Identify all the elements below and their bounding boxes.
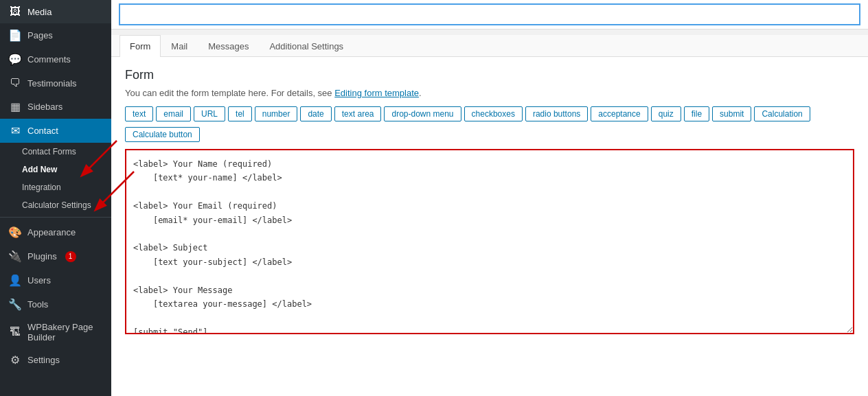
users-icon: 👤 <box>8 274 22 287</box>
editing-template-link[interactable]: Editing form template <box>334 88 419 98</box>
sidebar-item-label: WPBakery Page Builder <box>27 322 103 342</box>
sidebar-item-label: Comments <box>27 54 71 65</box>
tag-btn-url[interactable]: URL <box>194 106 225 121</box>
sidebar-item-wpbakery[interactable]: 🏗 WPBakery Page Builder <box>0 316 111 348</box>
plugins-icon: 🔌 <box>8 250 22 263</box>
sidebar-item-label: Contact <box>27 126 58 136</box>
sidebar-item-pages[interactable]: 📄 Pages <box>0 23 111 47</box>
wpbakery-icon: 🏗 <box>8 326 22 338</box>
form-description: You can edit the form template here. For… <box>125 88 854 98</box>
tab-mail[interactable]: Mail <box>161 35 198 57</box>
tab-additional-settings[interactable]: Additional Settings <box>259 35 354 57</box>
title-input[interactable] <box>119 4 860 25</box>
media-icon: 🖼 <box>8 5 22 18</box>
main-content: Form Mail Messages Additional Settings F… <box>111 0 868 396</box>
sidebar-item-media[interactable]: 🖼 Media <box>0 0 111 23</box>
sidebars-icon: ▦ <box>8 100 22 113</box>
sidebar-item-comments[interactable]: 💬 Comments <box>0 47 111 71</box>
tag-btn-drop-down-menu[interactable]: drop-down menu <box>384 106 461 121</box>
sidebar-item-label: Media <box>27 7 52 17</box>
sidebar-divider <box>0 217 111 218</box>
tab-bar: Form Mail Messages Additional Settings <box>111 35 868 57</box>
tools-icon: 🔧 <box>8 298 22 311</box>
tag-btn-number[interactable]: number <box>255 106 298 121</box>
sidebar-item-plugins[interactable]: 🔌 Plugins 1 <box>0 244 111 268</box>
sidebar-item-contact[interactable]: ✉ Contact <box>0 119 111 143</box>
tag-buttons-row: textemailURLtelnumberdatetext areadrop-d… <box>125 106 854 121</box>
tag-btn-quiz[interactable]: quiz <box>651 106 681 121</box>
sidebar-item-tools[interactable]: 🔧 Tools <box>0 292 111 316</box>
sidebar-sub-contact-forms[interactable]: Contact Forms <box>0 143 111 161</box>
sidebar-item-label: Settings <box>27 355 60 365</box>
tag-btn-tel[interactable]: tel <box>228 106 252 121</box>
sidebar-item-label: Sidebars <box>27 102 62 112</box>
sidebar-sub-add-new[interactable]: Add New <box>0 161 111 178</box>
tag-btn-submit[interactable]: submit <box>712 106 751 121</box>
title-bar <box>111 0 868 30</box>
tag-btn-email[interactable]: email <box>156 106 191 121</box>
sidebar-item-settings[interactable]: ⚙ Settings <box>0 348 111 372</box>
pages-icon: 📄 <box>8 29 22 42</box>
sidebar-item-appearance[interactable]: 🎨 Appearance <box>0 220 111 244</box>
tab-messages[interactable]: Messages <box>198 35 259 57</box>
sidebar-item-sidebars[interactable]: ▦ Sidebars <box>0 95 111 119</box>
sidebar-item-label: Appearance <box>27 227 76 237</box>
sidebar-item-label: Users <box>27 275 51 286</box>
tag-btn-checkboxes[interactable]: checkboxes <box>464 106 523 121</box>
sidebar-sub-integration[interactable]: Integration <box>0 178 111 196</box>
sidebar: 🖼 Media 📄 Pages 💬 Comments 🗨 Testimonial… <box>0 0 111 396</box>
tag-btn-radio-buttons[interactable]: radio buttons <box>525 106 588 121</box>
comments-icon: 💬 <box>8 53 22 66</box>
calculate-button[interactable]: Calculate button <box>125 127 200 142</box>
sidebar-item-label: Pages <box>27 30 53 40</box>
sidebar-item-testimonials[interactable]: 🗨 Testimonials <box>0 71 111 95</box>
tag-btn-date[interactable]: date <box>300 106 331 121</box>
form-content-area: Form You can edit the form template here… <box>111 57 868 396</box>
tag-btn-calculation[interactable]: Calculation <box>754 106 810 121</box>
sidebar-item-label: Testimonials <box>27 78 77 89</box>
settings-icon: ⚙ <box>8 353 22 366</box>
contact-icon: ✉ <box>8 124 22 137</box>
plugins-badge: 1 <box>65 251 76 262</box>
tag-btn-text-area[interactable]: text area <box>334 106 382 121</box>
form-heading: Form <box>125 68 854 82</box>
tag-btn-acceptance[interactable]: acceptance <box>591 106 648 121</box>
form-editor-textarea[interactable] <box>125 149 854 334</box>
sidebar-item-label: Tools <box>27 299 48 310</box>
tag-btn-file[interactable]: file <box>684 106 709 121</box>
tag-btn-text[interactable]: text <box>125 106 153 121</box>
testimonials-icon: 🗨 <box>8 77 22 89</box>
appearance-icon: 🎨 <box>8 226 22 239</box>
sidebar-item-users[interactable]: 👤 Users <box>0 268 111 292</box>
sidebar-item-label: Plugins <box>27 251 57 261</box>
sidebar-sub-calculator-settings[interactable]: Calculator Settings <box>0 196 111 214</box>
calculate-button-row: Calculate button <box>125 127 854 142</box>
tab-form[interactable]: Form <box>119 35 161 57</box>
